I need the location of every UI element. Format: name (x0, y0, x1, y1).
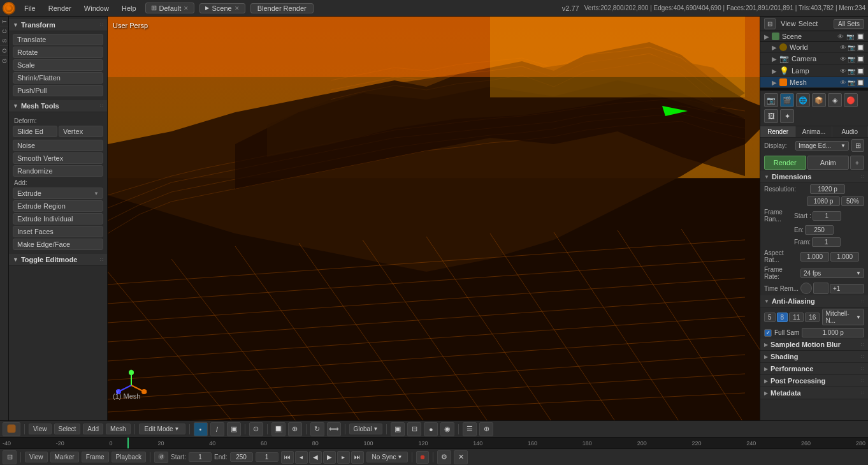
aspect-x-field[interactable]: 1.000 (800, 252, 829, 262)
viewport[interactable]: User Persp (1) Mesh X Y Z (108, 17, 760, 420)
vbb-icon-btn-left[interactable] (3, 422, 20, 436)
end-field[interactable]: 250 (805, 225, 834, 235)
shrink-btn[interactable]: Shrink/Flatten (13, 72, 103, 84)
outliner-select-label[interactable]: Select (799, 20, 818, 27)
vtab-options[interactable]: O (0, 45, 8, 55)
tl-right-icon[interactable]: ⚙ (437, 450, 451, 464)
camera-eye-icon[interactable]: 👁 (840, 55, 846, 63)
snap-btn[interactable]: 🔲 (271, 422, 286, 436)
scene-selector[interactable]: ▶ Scene ✕ (199, 3, 245, 13)
step-back-btn[interactable]: ◂ (295, 451, 308, 464)
frame-prev-icon[interactable]: ↺ (154, 452, 168, 463)
vertex-select-btn[interactable]: • (194, 422, 208, 436)
vtab-shading[interactable]: S (0, 36, 8, 45)
lamp-cam-icon[interactable]: 📷 (848, 68, 855, 75)
current-frame-field[interactable]: 1 (812, 237, 841, 247)
world-cam-icon[interactable]: 📷 (848, 44, 855, 51)
dimensions-header[interactable]: ▼ Dimensions ∷ (760, 171, 868, 183)
add-menu-btn[interactable]: Add (83, 424, 103, 434)
camera-render-icon[interactable]: 📷 (848, 55, 855, 63)
transform-section-header[interactable]: ▼ Transform ∷ (9, 19, 107, 31)
gizmo-btn[interactable]: ⊕ (479, 422, 493, 436)
render-tab-anim[interactable]: Anima... (796, 126, 832, 137)
viewport-shading-btn[interactable]: ▣ (391, 422, 405, 436)
world-render-icon[interactable]: 🔲 (857, 44, 864, 51)
time-rem-square[interactable] (813, 283, 828, 294)
outliner-item-lamp[interactable]: ▶ 💡 Lamp 👁 📷 🔲 (760, 65, 868, 77)
randomize-btn[interactable]: Randomize (13, 165, 103, 177)
render-tab-render[interactable]: Render (760, 126, 796, 137)
all-sets-btn[interactable]: All Sets (834, 19, 864, 29)
fps-field[interactable]: 24 fps ▼ (800, 269, 864, 278)
overlay-btn[interactable]: ☰ (463, 422, 477, 436)
smooth-vertex-btn[interactable]: Smooth Vertex (13, 152, 103, 164)
step-forward-btn[interactable]: ▸ (337, 451, 350, 464)
display-extra-btn[interactable]: ⊞ (851, 139, 864, 152)
menu-file[interactable]: File (20, 3, 40, 13)
inset-faces-btn[interactable]: Inset Faces (13, 226, 103, 237)
aa-num-8[interactable]: 8 (777, 313, 788, 322)
vtab-create[interactable]: C (0, 26, 8, 36)
jump-to-end-btn[interactable]: ⏭ (351, 451, 364, 464)
toggle-editmode-header[interactable]: ▼ Toggle Editmode ∷ (9, 254, 107, 266)
post-processing-header[interactable]: ▶ Post Processing ∷ (760, 375, 868, 387)
workspace-selector[interactable]: ⊞ Default ✕ (145, 3, 195, 13)
lamp-vis-icon[interactable]: 🔲 (857, 68, 864, 75)
jump-to-start-btn[interactable]: ⏮ (281, 451, 294, 464)
translate-btn[interactable]: Translate (13, 34, 103, 45)
aa-num-5[interactable]: 5 (764, 313, 776, 322)
outliner-item-world[interactable]: ▶ World 👁 📷 🔲 (760, 42, 868, 53)
shading-header[interactable]: ▶ Shading ∷ (760, 351, 868, 363)
world-eye-icon[interactable]: 👁 (840, 44, 846, 51)
slide-edge-btn[interactable]: Slide Ed (13, 126, 57, 137)
tl-frame-field[interactable]: 1 (256, 452, 278, 462)
aa-header[interactable]: ▼ Anti-Aliasing ∷ (760, 295, 868, 307)
scale-btn[interactable]: Scale (13, 59, 103, 71)
viewport-wire-btn[interactable]: ⊟ (407, 422, 421, 436)
extrude-dropdown[interactable]: Extrude ▼ (13, 188, 103, 199)
outliner-item-camera[interactable]: ▶ 📷 Camera 👁 📷 🔲 (760, 53, 868, 65)
prop-icon-mesh[interactable]: ◈ (828, 93, 842, 107)
scene-cam-icon[interactable]: 📷 (846, 33, 854, 40)
aa-num-16[interactable]: 16 (805, 313, 820, 322)
extrude-region-btn[interactable]: Extrude Region (13, 200, 103, 212)
tl-left-icon[interactable]: ⊟ (3, 450, 17, 464)
scene-render-icon[interactable]: 🔲 (857, 33, 864, 40)
tl-playback-btn[interactable]: Playback (112, 452, 147, 462)
display-value[interactable]: Image Ed... ▼ (795, 141, 849, 151)
prop-icon-camera[interactable]: 📷 (764, 93, 778, 107)
face-select-btn[interactable]: ▣ (227, 422, 241, 436)
rotate-icon-btn[interactable]: ↻ (310, 422, 324, 436)
full-sam-checkbox[interactable]: ✓ (764, 329, 772, 337)
performance-header[interactable]: ▶ Performance ∷ (760, 363, 868, 375)
viewport-solid-btn[interactable]: ● (424, 422, 438, 436)
vtab-grease[interactable]: G (0, 55, 8, 66)
outliner-view-label[interactable]: View (781, 20, 796, 27)
edit-mode-selector[interactable]: Edit Mode ▼ (139, 424, 185, 434)
tl-end-field[interactable]: 250 (230, 452, 253, 462)
scene-eye-icon[interactable]: 👁 (837, 33, 844, 40)
sync-selector[interactable]: No Sync ▼ (366, 452, 409, 462)
play-forward-btn[interactable]: ▶ (323, 451, 336, 464)
render-btn[interactable]: Render (764, 156, 806, 170)
noise-btn[interactable]: Noise (13, 140, 103, 151)
render-engine-selector[interactable]: Blender Render (250, 3, 314, 13)
extrude-individual-btn[interactable]: Extrude Individual (13, 213, 103, 225)
rotate-btn[interactable]: Rotate (13, 47, 103, 58)
snap-target-btn[interactable]: ⊕ (288, 422, 302, 436)
prop-icon-object[interactable]: 📦 (812, 93, 826, 107)
mesh-eye-icon[interactable]: 👁 (840, 79, 846, 86)
aspect-y-field[interactable]: 1.000 (830, 252, 859, 262)
menu-render[interactable]: Render (45, 3, 75, 13)
resolution-x-field[interactable]: 1920 p (810, 184, 845, 194)
menu-window[interactable]: Window (80, 3, 113, 13)
full-sam-value[interactable]: 1.000 p (802, 328, 864, 337)
time-rem-circle[interactable] (800, 283, 812, 294)
record-btn[interactable]: ⏺ (416, 451, 429, 464)
mirror-icon-btn[interactable]: ⟺ (327, 422, 341, 436)
time-rem-field[interactable]: +1 (830, 284, 864, 293)
tl-snap-icon[interactable]: ✕ (454, 450, 468, 464)
proportional-edit-btn[interactable]: ⊙ (249, 422, 263, 436)
metadata-header[interactable]: ▶ Metadata ∷ (760, 387, 868, 399)
anim-btn[interactable]: Anim (807, 156, 850, 170)
